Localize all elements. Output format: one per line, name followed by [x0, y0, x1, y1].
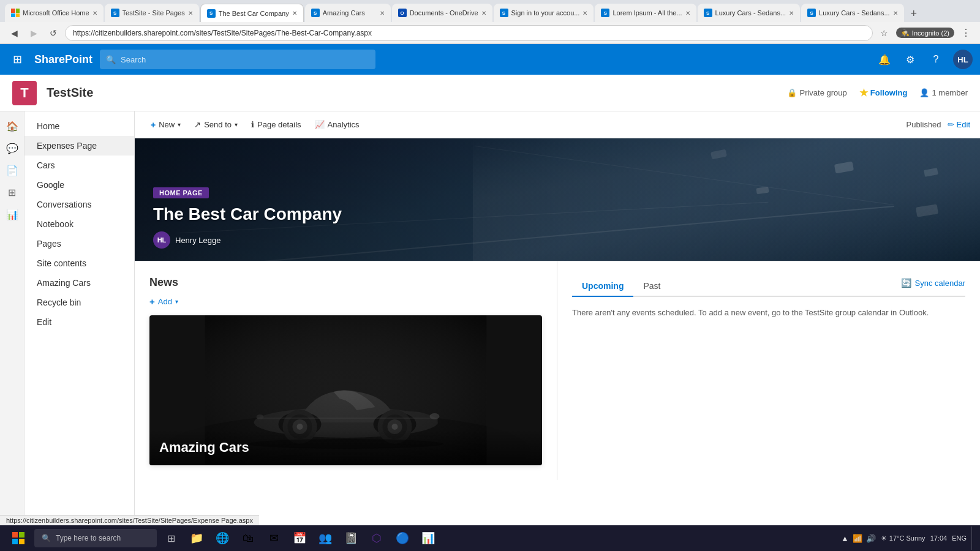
content-sections: News + Add ▾: [135, 261, 980, 480]
address-bar[interactable]: https://citizenbuilders.sharepoint.com/s…: [65, 25, 873, 41]
following-button[interactable]: ★ Following: [859, 87, 908, 99]
show-desktop-button[interactable]: [971, 527, 975, 550]
tab-close[interactable]: ✕: [893, 10, 898, 17]
published-label: Published: [906, 120, 941, 129]
tab-past[interactable]: Past: [633, 276, 670, 297]
start-button[interactable]: [5, 525, 32, 551]
private-group-label: 🔒 Private group: [787, 88, 846, 97]
nav-item-recycle-bin[interactable]: Recycle bin: [24, 293, 134, 312]
tab-signin[interactable]: S Sign in to your accou... ✕: [494, 4, 594, 22]
taskbar-icon-onenote[interactable]: 📓: [339, 527, 363, 550]
tab-close[interactable]: ✕: [188, 10, 193, 17]
taskbar-icon-excel[interactable]: 📊: [417, 527, 440, 550]
taskbar-icon-edge[interactable]: 🌐: [211, 527, 234, 550]
page-details-button[interactable]: ℹ Page details: [245, 115, 307, 135]
send-to-button[interactable]: ↗ Send to ▾: [188, 115, 244, 135]
taskbar-icon-calendar[interactable]: 📅: [288, 527, 311, 550]
chevron-up-icon[interactable]: ▲: [841, 534, 849, 543]
svg-rect-20: [19, 539, 24, 544]
home-icon[interactable]: 🏠: [2, 116, 22, 136]
taskbar-icon-store[interactable]: 🛍: [236, 527, 260, 550]
hero-author-row: HL Henry Legge: [153, 231, 342, 249]
events-tabs-row: Upcoming Past 🔄 Sync calendar: [572, 276, 965, 297]
tab-lorem[interactable]: S Lorem Ipsum - All the... ✕: [595, 4, 696, 22]
chevron-down-icon: ▾: [178, 121, 181, 128]
taskbar-icon-file-explorer[interactable]: 📁: [185, 527, 208, 550]
nav-item-site-contents[interactable]: Site contents: [24, 253, 134, 273]
back-button[interactable]: ◀: [6, 25, 22, 41]
tab-testsite-pages[interactable]: S TestSite - Site Pages ✕: [105, 4, 199, 22]
tab-luxury1[interactable]: S Luxury Cars - Sedans... ✕: [698, 4, 801, 22]
nav-item-google[interactable]: Google: [24, 175, 134, 195]
weather-widget[interactable]: ☀ 17°C Sunny: [881, 534, 925, 542]
taskbar-icon-chrome[interactable]: 🔵: [391, 527, 414, 550]
nav-item-home[interactable]: Home: [24, 116, 134, 136]
tab-amazing-cars[interactable]: S Amazing Cars ✕: [305, 4, 391, 22]
tab-close[interactable]: ✕: [292, 10, 297, 17]
nav-item-amazing-cars[interactable]: Amazing Cars: [24, 273, 134, 293]
browser-chrome: Microsoft Office Home ✕ S TestSite - Sit…: [0, 0, 980, 44]
nav-item-edit[interactable]: Edit: [24, 312, 134, 332]
reload-button[interactable]: ↺: [45, 25, 61, 41]
tab-luxury2[interactable]: S Luxury Cars - Sedans... ✕: [801, 4, 904, 22]
tab-onedrive[interactable]: O Documents - OneDrive ✕: [392, 4, 492, 22]
browser-menu-button[interactable]: ⋮: [958, 25, 974, 41]
bookmark-button[interactable]: ☆: [876, 25, 892, 41]
tab-upcoming[interactable]: Upcoming: [572, 276, 633, 297]
nav-item-conversations[interactable]: Conversations: [24, 195, 134, 214]
tab-close[interactable]: ✕: [380, 10, 385, 17]
no-events-message: There aren't any events scheduled. To ad…: [572, 307, 965, 320]
members-button[interactable]: 👤 1 member: [919, 88, 968, 97]
edit-button[interactable]: ✏ Edit: [948, 120, 970, 129]
chat-icon[interactable]: 💬: [2, 138, 22, 158]
sp-search-box[interactable]: 🔍 Search: [100, 50, 375, 69]
add-news-button[interactable]: + Add ▾: [149, 296, 542, 307]
pencil-icon: ✏: [948, 120, 954, 129]
notifications-icon[interactable]: 🔔: [876, 51, 893, 68]
tab-title: Amazing Cars: [323, 9, 377, 17]
waffle-menu-button[interactable]: ⊞: [7, 50, 27, 69]
settings-icon[interactable]: ⚙: [902, 51, 919, 68]
network-icon[interactable]: 📶: [853, 534, 862, 543]
help-icon[interactable]: ?: [927, 51, 944, 68]
taskbar-icon-vs[interactable]: ⬡: [365, 527, 388, 550]
tab-ms-office[interactable]: Microsoft Office Home ✕: [5, 4, 104, 22]
user-avatar[interactable]: HL: [953, 50, 973, 69]
info-icon: ℹ: [251, 120, 254, 129]
svg-rect-19: [12, 539, 18, 544]
new-tab-button[interactable]: +: [905, 5, 922, 22]
tab-close[interactable]: ✕: [789, 10, 794, 17]
site-title[interactable]: TestSite: [47, 86, 93, 100]
activity-icon[interactable]: 📊: [2, 204, 22, 224]
nav-item-pages[interactable]: Pages: [24, 234, 134, 253]
news-card[interactable]: Amazing Cars: [149, 315, 542, 465]
taskbar-icon-teams[interactable]: 👥: [314, 527, 337, 550]
apps-icon[interactable]: ⊞: [2, 182, 22, 202]
new-button[interactable]: + New ▾: [145, 115, 187, 135]
nav-item-cars[interactable]: Cars: [24, 156, 134, 175]
incognito-badge: 🕵 Incognito (2): [896, 28, 954, 38]
taskbar-icon-mail[interactable]: ✉: [262, 527, 285, 550]
tab-close[interactable]: ✕: [582, 10, 587, 17]
site-logo[interactable]: T: [12, 81, 37, 105]
tab-close[interactable]: ✕: [92, 10, 97, 17]
pages-icon[interactable]: 📄: [2, 160, 22, 180]
language-label: ENG: [952, 534, 967, 542]
command-bar: + New ▾ ↗ Send to ▾ ℹ Page details 📈 Ana…: [135, 111, 980, 138]
analytics-button[interactable]: 📈 Analytics: [309, 115, 366, 135]
task-view-button[interactable]: ⊞: [159, 527, 183, 550]
nav-item-notebook[interactable]: Notebook: [24, 214, 134, 234]
hero-content: HOME PAGE The Best Car Company HL Henry …: [153, 187, 342, 249]
forward-button[interactable]: ▶: [26, 25, 42, 41]
svg-rect-18: [19, 532, 24, 538]
sound-icon[interactable]: 🔊: [866, 534, 876, 543]
sync-calendar-button[interactable]: 🔄 Sync calendar: [901, 278, 965, 294]
tab-close[interactable]: ✕: [481, 10, 486, 17]
author-name: Henry Legge: [175, 236, 221, 245]
tab-best-car[interactable]: S The Best Car Company ✕: [200, 4, 304, 22]
sp-logo[interactable]: SharePoint: [34, 53, 92, 66]
nav-item-expenses-page[interactable]: Expenses Page: [24, 136, 134, 156]
tab-close[interactable]: ✕: [685, 10, 690, 17]
taskbar-search[interactable]: 🔍 Type here to search: [34, 529, 157, 547]
left-nav: Home Expenses Page Cars Google Conversat…: [24, 111, 135, 538]
